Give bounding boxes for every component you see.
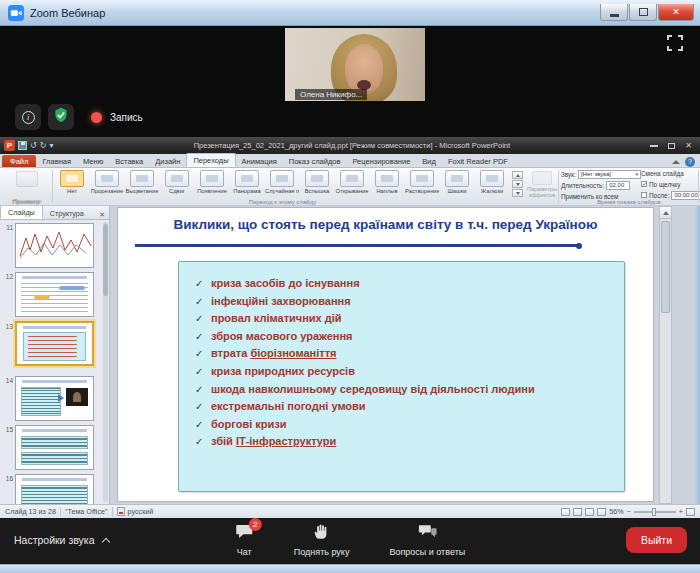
duration-input[interactable]: 02,00 — [606, 181, 630, 190]
transition-blinds[interactable]: Жалюзи — [475, 170, 509, 194]
zoom-slider[interactable] — [634, 511, 676, 513]
qa-button[interactable]: Вопросы и ответы — [389, 523, 465, 557]
save-icon[interactable] — [18, 141, 27, 150]
gallery-down-icon[interactable] — [512, 180, 523, 188]
thumb-number: 16 — [2, 475, 13, 482]
chat-button[interactable]: 2 Чат — [235, 523, 254, 557]
pane-close-icon[interactable]: ✕ — [99, 211, 105, 219]
help-icon[interactable]: ? — [685, 157, 695, 167]
ribbon-tab-animations[interactable]: Анимация — [236, 155, 283, 167]
duration-label: Длительность: — [561, 182, 604, 189]
language-indicator[interactable]: русский — [128, 507, 154, 516]
transition-checkerboard[interactable]: Шашки — [440, 170, 474, 194]
ribbon-tab-transitions[interactable]: Переходы — [186, 153, 235, 167]
slide-thumbnail-11[interactable] — [15, 223, 94, 268]
powerpoint-workspace: Слайды Структура ✕ 11 12 13 14 — [0, 206, 700, 504]
check-bullet-icon: ✓ — [195, 293, 211, 311]
thumb-number: 14 — [2, 377, 13, 384]
ribbon-tab-slideshow[interactable]: Показ слайдов — [283, 155, 347, 167]
slide-thumbnail-16[interactable] — [15, 474, 94, 504]
recording-indicator[interactable]: Запись — [91, 112, 143, 123]
list-item: ✓боргові кризи — [195, 416, 614, 434]
chat-badge: 2 — [249, 518, 262, 531]
close-button[interactable]: ✕ — [658, 4, 694, 21]
preview-icon — [16, 171, 38, 187]
sound-label: Звук: — [561, 171, 576, 178]
scrollbar-thumb[interactable] — [661, 221, 670, 313]
slide-content-box[interactable]: ✓криза засобів до існування ✓інфекційні … — [178, 261, 625, 492]
ribbon-tab-design[interactable]: Дизайн — [149, 155, 186, 167]
transition-flash[interactable]: Вспышка — [300, 170, 334, 194]
ribbon-tab-file[interactable]: Файл — [2, 155, 36, 167]
transition-fade[interactable]: Выцветание — [125, 170, 159, 194]
ribbon-tab-review[interactable]: Рецензирование — [346, 155, 416, 167]
security-button[interactable] — [48, 104, 74, 130]
transition-cut[interactable]: Прорезание — [90, 170, 124, 194]
participant-video[interactable]: Олена Никифо... — [285, 28, 425, 101]
normal-view-icon[interactable] — [561, 508, 570, 516]
slide-sorter-icon[interactable] — [573, 508, 582, 516]
fullscreen-icon[interactable] — [666, 34, 684, 52]
transition-cover[interactable]: Наплыв — [370, 170, 404, 194]
thumb-number: 13 — [2, 323, 13, 330]
gallery-more-icon[interactable] — [512, 189, 523, 197]
after-checkbox[interactable] — [641, 192, 647, 198]
fit-to-window-icon[interactable] — [686, 508, 695, 516]
on-click-checkbox[interactable]: ✓ — [641, 181, 647, 187]
slide-thumbnail-13-selected[interactable] — [15, 321, 94, 366]
slide-scrollbar[interactable] — [659, 206, 672, 504]
slide-thumbnail-14[interactable] — [15, 376, 94, 421]
powerpoint-window: P ↺ ↻ ▾ Презентация_25_02_2021_другий сл… — [0, 137, 700, 518]
zoom-out-icon[interactable]: − — [627, 507, 631, 516]
collapse-ribbon-icon[interactable] — [672, 160, 680, 164]
window-title: Zoom Вебинар — [30, 7, 105, 19]
gallery-up-icon[interactable] — [512, 171, 523, 179]
current-slide[interactable]: Виклики, що стоять перед країнами світу … — [117, 207, 654, 502]
transition-random[interactable]: Случайная п... — [265, 170, 299, 194]
leave-button[interactable]: Выйти — [626, 527, 687, 553]
ppt-close-icon[interactable]: ✕ — [685, 142, 692, 150]
maximize-button[interactable] — [629, 4, 657, 21]
ppt-maximize-icon[interactable] — [668, 143, 675, 149]
powerpoint-statusbar: Слайд 13 из 28 "Тема Office" русский 56%… — [0, 504, 700, 518]
transition-reveal[interactable]: Открывание — [335, 170, 369, 194]
raise-hand-button[interactable]: Поднять руку — [294, 523, 350, 557]
maximize-icon — [639, 8, 648, 16]
tab-slides[interactable]: Слайды — [0, 206, 43, 219]
reading-view-icon[interactable] — [585, 508, 594, 516]
chevron-down-icon: ▾ — [635, 171, 638, 177]
transition-none[interactable]: Нет — [55, 170, 89, 194]
effect-options-button[interactable]: Параметры эффектов — [527, 171, 557, 199]
audio-settings-button[interactable]: Настройки звука — [14, 534, 109, 546]
ribbon-tab-foxit[interactable]: Foxit Reader PDF — [442, 155, 514, 167]
advance-slide-label: Смена слайда — [641, 169, 695, 179]
undo-icon[interactable]: ↺ — [30, 142, 37, 150]
scroll-up-icon[interactable] — [660, 207, 671, 219]
tab-outline[interactable]: Структура — [43, 207, 91, 219]
ppt-minimize-icon[interactable] — [650, 145, 658, 147]
zoom-in-icon[interactable]: + — [679, 507, 683, 516]
slide-thumbnail-12[interactable] — [15, 272, 94, 317]
slide-thumbnail-15[interactable] — [15, 425, 94, 470]
transition-wipe[interactable]: Появление — [195, 170, 229, 194]
transition-push[interactable]: Сдвиг — [160, 170, 194, 194]
spellcheck-icon[interactable] — [117, 507, 125, 516]
pane-scrollbar[interactable] — [103, 222, 108, 502]
list-item: ✓втрата біорізноманіття — [195, 345, 614, 363]
ribbon-tab-home[interactable]: Главная — [36, 155, 77, 167]
info-icon: i — [22, 111, 35, 124]
minimize-button[interactable] — [600, 4, 628, 21]
transition-pan-icon — [235, 170, 259, 187]
ribbon-tab-insert[interactable]: Вставка — [109, 155, 149, 167]
transition-pan[interactable]: Панорама — [230, 170, 264, 194]
meeting-info-button[interactable]: i — [15, 104, 41, 130]
meeting-controls: i Запись — [15, 104, 143, 130]
transition-dissolve[interactable]: Растворение — [405, 170, 439, 194]
ribbon-tab-menu[interactable]: Меню — [77, 155, 109, 167]
transition-checkerboard-icon — [445, 170, 469, 187]
ribbon-tab-view[interactable]: Вид — [416, 155, 442, 167]
list-item: ✓екстремальні погодні умови — [195, 398, 614, 416]
slideshow-icon[interactable] — [597, 508, 606, 516]
redo-icon[interactable]: ↻ — [40, 142, 47, 150]
sound-select[interactable]: [Нет звука] ▾ — [578, 170, 641, 179]
